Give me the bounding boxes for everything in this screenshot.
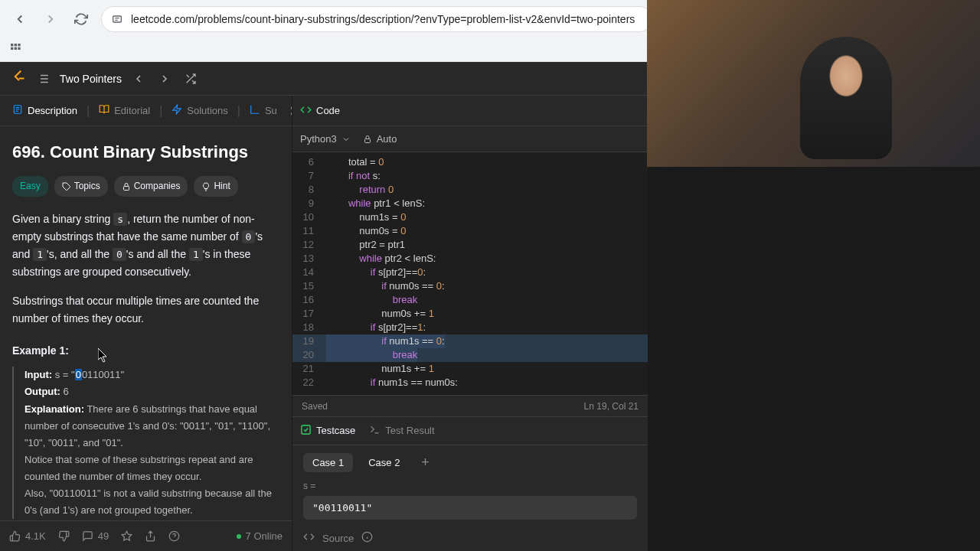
tab-submissions[interactable]: Su xyxy=(242,99,285,122)
info-icon[interactable] xyxy=(361,531,373,545)
code-panel: Code Python3 Auto 6 total = 07 if not s:… xyxy=(292,96,648,551)
online-count: 7 Online xyxy=(237,530,283,542)
expand-icon[interactable] xyxy=(286,102,292,120)
solutions-icon xyxy=(172,104,182,117)
badges: Easy Topics Companies Hint xyxy=(12,176,279,197)
svg-rect-4 xyxy=(11,47,13,50)
description-icon xyxy=(12,104,23,117)
example-1-heading: Example 1: xyxy=(12,342,279,359)
code-line[interactable]: 16 break xyxy=(292,293,648,307)
online-dot-icon xyxy=(237,534,241,539)
code-line[interactable]: 12 ptr2 = ptr1 xyxy=(292,238,648,252)
add-case-button[interactable]: + xyxy=(415,453,435,473)
leetcode-logo[interactable] xyxy=(11,69,26,88)
code-editor[interactable]: 6 total = 07 if not s:8 return 09 while … xyxy=(292,152,648,395)
example-1-explanation: There are 6 substrings that have equal n… xyxy=(24,403,275,517)
chevron-down-icon xyxy=(341,135,351,144)
description-panel: Description | Editorial | Solutions | xyxy=(0,96,292,551)
case-tabs: Case 1 Case 2 + xyxy=(292,445,648,481)
svg-rect-2 xyxy=(15,44,17,46)
tab-description-label: Description xyxy=(28,105,77,116)
param-label: s = xyxy=(303,481,637,491)
code-line[interactable]: 13 while ptr2 < lenS: xyxy=(292,252,648,266)
companies-badge[interactable]: Companies xyxy=(114,176,188,197)
svg-rect-0 xyxy=(113,16,122,22)
testcase-tabs: Testcase Test Result xyxy=(292,417,648,445)
check-icon xyxy=(300,424,312,438)
code-line[interactable]: 15 if num0s == 0: xyxy=(292,279,648,293)
left-tabs: Description | Editorial | Solutions | xyxy=(0,96,292,126)
case-body: s = "00110011" xyxy=(292,481,648,520)
text-selection: 0 xyxy=(75,369,82,380)
svg-rect-12 xyxy=(364,139,370,142)
param-input[interactable]: "00110011" xyxy=(303,496,637,520)
hint-badge[interactable]: Hint xyxy=(194,176,237,197)
next-problem-button[interactable] xyxy=(155,70,174,88)
topics-badge[interactable]: Topics xyxy=(54,176,108,197)
svg-rect-10 xyxy=(123,186,129,190)
code-line[interactable]: 18 if s[ptr2]==1: xyxy=(292,321,648,334)
tag-icon xyxy=(62,182,71,191)
auto-toggle[interactable]: Auto xyxy=(363,133,397,145)
shuffle-button[interactable] xyxy=(181,70,200,88)
bulb-icon xyxy=(201,182,211,191)
problem-content: 696. Count Binary Substrings Easy Topics… xyxy=(0,126,292,520)
problem-list-label[interactable]: Two Pointers xyxy=(60,73,122,85)
submissions-icon xyxy=(250,104,260,117)
tab-description[interactable]: Description xyxy=(5,99,85,122)
webcam-overlay xyxy=(647,0,980,167)
case-2-tab[interactable]: Case 2 xyxy=(359,453,409,472)
comments-button[interactable]: 49 xyxy=(82,530,109,542)
reload-button[interactable] xyxy=(70,8,92,30)
prev-problem-button[interactable] xyxy=(129,70,148,88)
list-icon[interactable] xyxy=(34,70,52,88)
star-button[interactable] xyxy=(121,530,132,542)
tab-submissions-label: Su xyxy=(265,105,277,116)
terminal-icon xyxy=(369,424,381,438)
problem-title: 696. Count Binary Substrings xyxy=(12,139,279,165)
code-line[interactable]: 9 while ptr1 < lenS: xyxy=(292,197,648,210)
like-button[interactable]: 4.1K xyxy=(9,530,46,542)
site-info-icon[interactable] xyxy=(111,13,123,25)
problem-bottom-bar: 4.1K 49 7 Online xyxy=(0,520,292,551)
code-line[interactable]: 10 num1s = 0 xyxy=(292,210,648,224)
tab-solutions[interactable]: Solutions xyxy=(164,99,235,122)
code-line[interactable]: 14 if s[ptr2]==0: xyxy=(292,266,648,279)
code-line[interactable]: 19 if num1s == 0: xyxy=(292,334,648,348)
help-button[interactable] xyxy=(168,530,180,542)
dislike-button[interactable] xyxy=(58,530,70,542)
source-label[interactable]: Source xyxy=(322,533,354,544)
language-select[interactable]: Python3 xyxy=(300,133,351,145)
svg-rect-6 xyxy=(18,47,20,50)
source-icon[interactable] xyxy=(303,531,315,545)
code-line[interactable]: 17 num0s += 1 xyxy=(292,307,648,321)
testcase-bottom: Source xyxy=(292,526,648,551)
code-line[interactable]: 11 num0s = 0 xyxy=(292,224,648,238)
code-line[interactable]: 7 if not s: xyxy=(292,169,648,183)
share-button[interactable] xyxy=(145,530,156,542)
example-1-block: Input: s = "00110011" Output: 6 Explanat… xyxy=(12,367,279,519)
tab-test-result[interactable]: Test Result xyxy=(369,424,434,438)
code-line[interactable]: 20 break xyxy=(292,348,648,362)
code-icon xyxy=(300,104,312,118)
tab-editorial-label: Editorial xyxy=(114,105,150,116)
code-line[interactable]: 8 return 0 xyxy=(292,183,648,197)
lock-icon xyxy=(122,182,131,191)
code-line[interactable]: 21 num1s += 1 xyxy=(292,362,648,376)
apps-icon[interactable] xyxy=(9,42,21,57)
tab-testcase[interactable]: Testcase xyxy=(300,424,355,438)
cursor-position: Ln 19, Col 21 xyxy=(584,401,639,412)
tab-editorial[interactable]: Editorial xyxy=(91,99,158,122)
case-1-tab[interactable]: Case 1 xyxy=(303,453,353,472)
saved-status: Saved xyxy=(302,401,328,412)
difficulty-badge: Easy xyxy=(12,176,48,197)
svg-rect-1 xyxy=(11,44,13,46)
editor-status-bar: Saved Ln 19, Col 21 xyxy=(292,395,648,416)
back-button[interactable] xyxy=(9,8,31,30)
code-line[interactable]: 22 if num1s == num0s: xyxy=(292,376,648,390)
forward-button[interactable] xyxy=(40,8,61,30)
tab-code[interactable]: Code xyxy=(300,104,340,118)
code-line[interactable]: 6 total = 0 xyxy=(292,155,648,169)
url-bar[interactable]: leetcode.com/problems/count-binary-subst… xyxy=(101,6,652,32)
language-bar: Python3 Auto xyxy=(292,126,648,152)
